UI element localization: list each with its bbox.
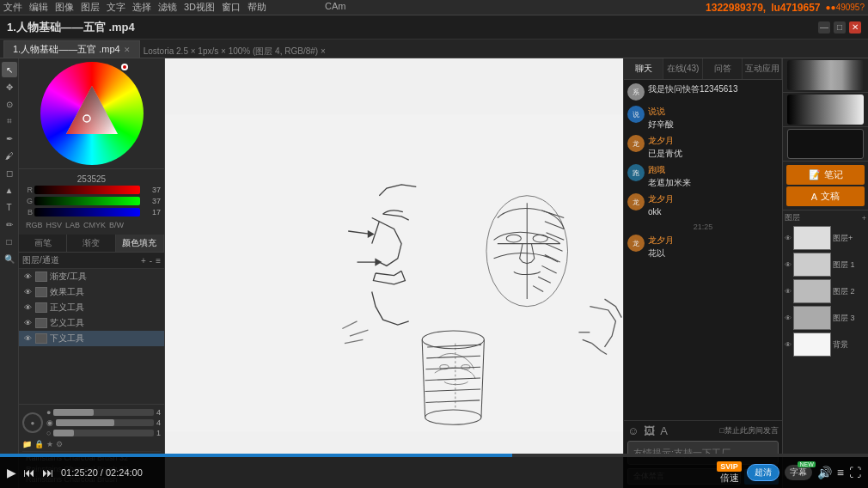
tab-main[interactable]: 1.人物基础——五官 .mp4 ✕ <box>3 40 140 58</box>
tool-fill[interactable]: ▲ <box>2 182 17 198</box>
brush-preview-2[interactable] <box>783 93 868 127</box>
menu-image[interactable]: 图像 <box>55 1 74 14</box>
brush-size-indicator[interactable]: ● <box>22 412 43 433</box>
tool-crop[interactable]: ⌗ <box>2 113 17 129</box>
menu-help[interactable]: 帮助 <box>248 1 266 14</box>
brush-main-slider[interactable] <box>53 409 154 416</box>
chat-image-btn[interactable]: 🖼 <box>644 424 655 437</box>
mode-hsv[interactable]: HSV <box>46 221 63 229</box>
right-layer-4[interactable]: 👁 背景 <box>785 332 866 357</box>
doc-button[interactable]: A 文稿 <box>786 186 865 206</box>
note-button[interactable]: 📝 笔记 <box>786 165 865 185</box>
chat-tab-chat[interactable]: 聊天 <box>624 58 663 79</box>
green-slider[interactable] <box>34 197 140 205</box>
window-controls[interactable]: — □ ✕ <box>818 21 861 34</box>
layer-eye-1[interactable]: 👁 <box>22 287 33 297</box>
tool-brush[interactable]: 🖌 <box>2 148 17 163</box>
menu-edit[interactable]: 编辑 <box>29 1 48 14</box>
mode-cmyk[interactable]: CMYK <box>83 221 106 229</box>
layer-item-0[interactable]: 👁 渐变/工具 <box>19 269 164 284</box>
layer-item-4[interactable]: 👁 下义工具 <box>19 331 164 346</box>
tool-eyedropper[interactable]: ✒ <box>2 131 17 146</box>
layer-eye-3[interactable]: 👁 <box>22 318 33 328</box>
right-layer-eye-3[interactable]: 👁 <box>785 314 792 322</box>
layer-menu-btn[interactable]: ≡ <box>156 256 161 265</box>
layer-item-1[interactable]: 👁 效果工具 <box>19 284 164 300</box>
right-layer-eye-4[interactable]: 👁 <box>785 341 792 349</box>
right-layer-eye-1[interactable]: 👁 <box>785 261 792 269</box>
drawing-canvas[interactable] <box>165 58 623 488</box>
right-layer-2[interactable]: 👁 图层 2 <box>785 279 866 303</box>
tab-close-icon[interactable]: ✕ <box>124 46 131 54</box>
layer-add-btn[interactable]: + <box>141 256 146 265</box>
right-layer-1[interactable]: 👁 图层 1 <box>785 253 866 277</box>
menu-layer[interactable]: 图层 <box>81 1 100 14</box>
right-layer-eye-2[interactable]: 👁 <box>785 288 792 296</box>
panel-tab-brush[interactable]: 画笔 <box>19 235 67 252</box>
mode-lab[interactable]: LAB <box>65 221 80 229</box>
color-triangle[interactable] <box>61 82 123 144</box>
canvas-area[interactable] <box>165 58 623 488</box>
prev-button[interactable]: ⏮ <box>23 466 35 479</box>
tool-move[interactable]: ✥ <box>2 79 17 95</box>
chat-tab-qa[interactable]: 问答 <box>703 58 743 79</box>
brush-preview-3[interactable] <box>783 127 868 162</box>
menu-3d[interactable]: 3D视图 <box>184 1 215 14</box>
chat-tab-online[interactable]: 在线(43) <box>663 58 703 79</box>
menu-window[interactable]: 窗口 <box>222 1 241 14</box>
brush-flow-slider[interactable] <box>56 419 154 426</box>
tool-text[interactable]: T <box>2 199 17 215</box>
menu-select[interactable]: 选择 <box>132 1 151 14</box>
menu-text[interactable]: 文字 <box>107 1 125 14</box>
layer-eye-0[interactable]: 👁 <box>22 271 33 282</box>
next-button[interactable]: ⏭ <box>42 466 54 479</box>
blue-slider[interactable] <box>34 208 140 217</box>
brush-tool-3[interactable]: ★ <box>46 440 53 448</box>
play-button[interactable]: ▶ <box>7 466 16 479</box>
layer-item-2[interactable]: 👁 正义工具 <box>19 300 164 315</box>
right-layer-add[interactable]: + <box>862 214 866 223</box>
mode-bw[interactable]: B/W <box>109 221 124 229</box>
layer-eye-4[interactable]: 👁 <box>22 333 33 344</box>
brush-opacity-slider[interactable] <box>53 430 154 436</box>
subtitle-button[interactable]: 字幕 NEW <box>785 465 812 480</box>
chat-tab-interact[interactable]: 互动应用 <box>743 58 782 79</box>
color-wheel-ring[interactable] <box>40 62 144 165</box>
panel-tab-gradient[interactable]: 渐变 <box>67 235 115 252</box>
menu-items[interactable]: 文件 编辑 图像 图层 文字 选择 滤镜 3D视图 窗口 帮助 CAm <box>3 1 346 14</box>
red-slider[interactable] <box>34 186 140 194</box>
tool-eraser[interactable]: ◻ <box>2 165 17 180</box>
menu-filter[interactable]: 滤镜 <box>158 1 177 14</box>
mode-rgb[interactable]: RGB <box>26 221 43 229</box>
playlist-button[interactable]: ≡ <box>837 466 844 479</box>
right-layer-0[interactable]: 👁 图层+ <box>785 226 866 250</box>
menu-file[interactable]: 文件 <box>3 1 22 14</box>
color-mode-row[interactable]: RGB HSV LAB CMYK B/W <box>22 219 161 231</box>
layer-del-btn[interactable]: - <box>150 256 152 265</box>
layer-item-3[interactable]: 👁 艺义工具 <box>19 315 164 331</box>
brush-preview-1[interactable] <box>783 58 868 93</box>
tool-select[interactable]: ↖ <box>2 62 17 77</box>
chat-emoji-btn[interactable]: ☺ <box>627 424 639 437</box>
minimize-button[interactable]: — <box>818 21 830 34</box>
quality-button[interactable]: 超清 <box>747 464 779 481</box>
tool-zoom[interactable]: 🔍 <box>2 251 17 266</box>
maximize-button[interactable]: □ <box>834 21 846 34</box>
tool-lasso[interactable]: ⊙ <box>2 96 17 112</box>
brush-tool-2[interactable]: 🔒 <box>34 440 44 448</box>
chat-font-btn[interactable]: A <box>660 424 668 437</box>
tool-shape[interactable]: □ <box>2 234 17 249</box>
close-button[interactable]: ✕ <box>849 21 861 34</box>
brush-tool-1[interactable]: 📁 <box>22 440 32 448</box>
fullscreen-button[interactable]: ⛶ <box>849 466 861 479</box>
panel-tab-fill[interactable]: 颜色填充 <box>116 235 164 252</box>
right-layer-3[interactable]: 👁 图层 3 <box>785 306 866 330</box>
hue-indicator[interactable] <box>121 64 128 70</box>
color-wheel[interactable] <box>40 62 144 165</box>
speed-control[interactable]: SVIP 倍速 <box>717 461 742 485</box>
tool-pen[interactable]: ✏ <box>2 217 17 232</box>
right-layer-eye-0[interactable]: 👁 <box>785 235 792 242</box>
brush-settings-btn[interactable]: ⚙ <box>56 440 63 448</box>
layer-eye-2[interactable]: 👁 <box>22 302 33 313</box>
volume-button[interactable]: 🔊 <box>817 466 832 479</box>
